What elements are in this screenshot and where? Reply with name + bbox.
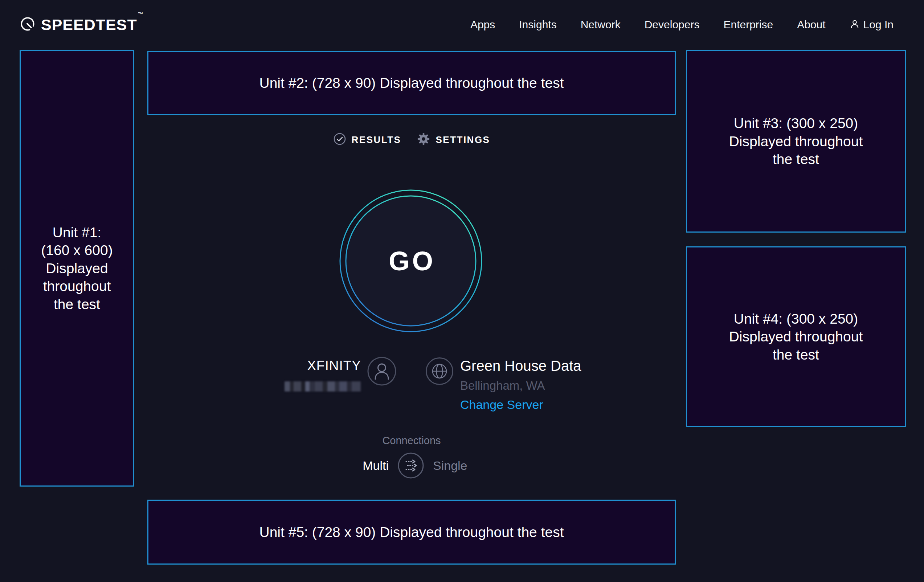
ad-unit-1-skyscraper[interactable]: Unit #1: (160 x 600) Displayed throughou… (20, 50, 134, 486)
server-location: Bellingham, WA (460, 379, 545, 391)
nav-item-developers[interactable]: Developers (645, 18, 700, 31)
speedtest-logo[interactable]: SPEEDTEST™ (20, 16, 143, 34)
logo-wordmark: SPEEDTEST™ (41, 16, 143, 34)
isp-person-circle-icon[interactable] (366, 356, 397, 388)
ad-unit-3-rectangle[interactable]: Unit #3: (300 x 250) Displayed throughou… (686, 50, 906, 232)
server-globe-icon[interactable] (425, 357, 454, 387)
gear-icon (417, 132, 430, 147)
top-nav-bar: SPEEDTEST™ Apps Insights Network Develop… (20, 0, 894, 49)
go-label: GO (338, 188, 483, 333)
connections-option-multi[interactable]: Multi (363, 458, 389, 473)
nav-item-apps[interactable]: Apps (470, 18, 495, 31)
nav-item-insights[interactable]: Insights (519, 18, 556, 31)
multi-connection-toggle-icon[interactable] (398, 452, 424, 480)
login-button[interactable]: Log In (850, 18, 894, 31)
change-server-link[interactable]: Change Server (460, 398, 543, 411)
tab-settings[interactable]: SETTINGS (417, 132, 490, 147)
isp-name: XFINITY (218, 358, 361, 374)
connections-label: Connections (147, 435, 676, 447)
ad-unit-4-rectangle[interactable]: Unit #4: (300 x 250) Displayed throughou… (686, 246, 906, 427)
speedtest-page: SPEEDTEST™ Apps Insights Network Develop… (0, 0, 924, 582)
trademark-mark: ™ (138, 11, 144, 17)
person-icon (850, 19, 860, 30)
nav-item-about[interactable]: About (797, 18, 825, 31)
speedometer-icon (20, 16, 35, 33)
tab-results-label: RESULTS (351, 134, 401, 145)
ad-unit-2-leaderboard[interactable]: Unit #2: (728 x 90) Displayed throughout… (147, 51, 676, 115)
nav-item-network[interactable]: Network (581, 18, 620, 31)
main-navigation: Apps Insights Network Developers Enterpr… (470, 18, 894, 31)
server-name: Green House Data (460, 358, 581, 374)
go-button[interactable]: GO (338, 188, 483, 333)
redacted-ip-address (285, 381, 361, 391)
ad-unit-5-leaderboard[interactable]: Unit #5: (728 x 90) Displayed throughout… (147, 500, 676, 565)
results-settings-tabs: RESULTS (147, 131, 676, 148)
connections-option-single[interactable]: Single (433, 458, 467, 473)
tab-results[interactable]: RESULTS (333, 132, 401, 147)
check-circle-icon (333, 132, 346, 147)
login-label: Log In (863, 18, 894, 31)
nav-item-enterprise[interactable]: Enterprise (723, 18, 773, 31)
tab-settings-label: SETTINGS (436, 134, 490, 145)
